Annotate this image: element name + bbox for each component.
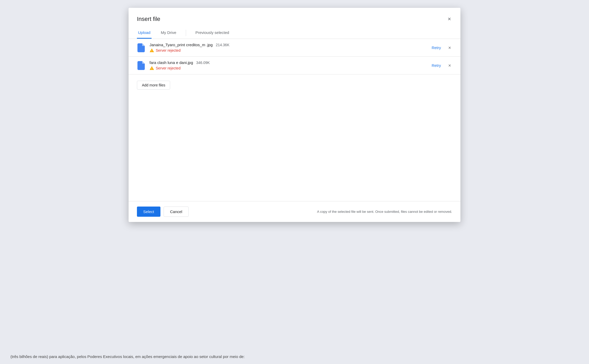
select-button[interactable]: Select <box>137 207 160 217</box>
file-name: Janaina_Tyaro_print creditos_m .jpg <box>149 43 213 47</box>
dialog-footer: Select Cancel A copy of the selected fil… <box>129 201 460 222</box>
insert-file-dialog: Insert file × Upload My Drive Previously… <box>129 8 460 222</box>
file-actions: Retry × <box>430 44 452 51</box>
remove-button[interactable]: × <box>447 44 452 51</box>
cancel-button[interactable]: Cancel <box>164 207 189 217</box>
file-status-row: Server rejected <box>149 66 430 71</box>
file-item: Janaina_Tyaro_print creditos_m .jpg 214.… <box>129 39 460 57</box>
file-status-row: Server rejected <box>149 48 430 53</box>
tabs-row: Upload My Drive Previously selected <box>129 27 460 39</box>
add-more-area: Add more files <box>129 74 460 96</box>
dialog-title: Insert file <box>137 16 160 22</box>
close-button[interactable]: × <box>447 15 452 23</box>
warning-icon <box>149 66 154 71</box>
tab-upload[interactable]: Upload <box>137 27 152 39</box>
add-more-files-button[interactable]: Add more files <box>137 81 170 90</box>
file-name-row: fara clash luna e dani.jpg 346.09K <box>149 60 430 65</box>
file-icon <box>137 61 145 71</box>
file-item: fara clash luna e dani.jpg 346.09K Serve… <box>129 57 460 74</box>
retry-button[interactable]: Retry <box>430 62 443 69</box>
bottom-text: (três bilhões de reais) para aplicação, … <box>0 349 589 364</box>
file-info: Janaina_Tyaro_print creditos_m .jpg 214.… <box>149 43 430 53</box>
file-name: fara clash luna e dani.jpg <box>149 60 193 65</box>
footer-note: A copy of the selected file will be sent… <box>317 210 452 214</box>
file-size: 214.36K <box>216 43 229 47</box>
retry-button[interactable]: Retry <box>430 44 443 51</box>
file-status: Server rejected <box>156 48 181 52</box>
remove-button[interactable]: × <box>447 62 452 69</box>
file-actions: Retry × <box>430 62 452 69</box>
dialog-header: Insert file × <box>129 8 460 23</box>
file-info: fara clash luna e dani.jpg 346.09K Serve… <box>149 60 430 71</box>
tab-my-drive[interactable]: My Drive <box>160 27 177 39</box>
warning-icon <box>149 48 154 53</box>
dialog-spacer <box>129 149 460 201</box>
file-list: Janaina_Tyaro_print creditos_m .jpg 214.… <box>129 39 460 149</box>
tab-previously-selected[interactable]: Previously selected <box>194 27 230 39</box>
file-name-row: Janaina_Tyaro_print creditos_m .jpg 214.… <box>149 43 430 47</box>
file-size: 346.09K <box>196 61 210 65</box>
file-status: Server rejected <box>156 66 181 70</box>
tab-divider <box>186 30 186 36</box>
footer-actions: Select Cancel <box>137 207 189 217</box>
file-icon <box>137 43 145 53</box>
